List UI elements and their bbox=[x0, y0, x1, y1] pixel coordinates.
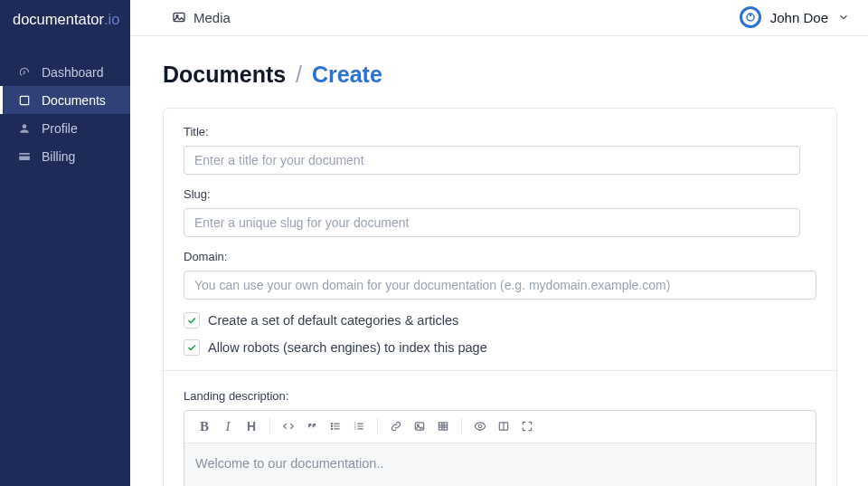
bold-button[interactable]: B bbox=[193, 415, 215, 437]
topbar: Media John Doe bbox=[130, 0, 868, 36]
title-label: Title: bbox=[184, 125, 816, 138]
check-default-content: Create a set of default categories & art… bbox=[184, 312, 816, 329]
brand-logo: documentator.io bbox=[0, 0, 130, 38]
eye-icon bbox=[474, 420, 486, 433]
fullscreen-button[interactable] bbox=[516, 415, 538, 437]
toolbar-sep bbox=[269, 418, 270, 434]
sidebar-item-profile[interactable]: Profile bbox=[0, 114, 130, 142]
avatar-icon bbox=[740, 6, 761, 28]
sidebar-item-label: Profile bbox=[42, 121, 78, 136]
quote-button[interactable] bbox=[301, 415, 323, 437]
preview-button[interactable] bbox=[469, 415, 491, 437]
gauge-icon bbox=[18, 66, 31, 79]
brand-suffix: .io bbox=[104, 11, 119, 28]
toolbar-sep bbox=[377, 418, 378, 434]
split-button[interactable] bbox=[493, 415, 514, 437]
media-link[interactable]: Media bbox=[172, 10, 231, 25]
panel-divider bbox=[164, 370, 836, 371]
sidebar-item-label: Dashboard bbox=[42, 65, 104, 80]
check-label: Create a set of default categories & art… bbox=[208, 313, 458, 328]
expand-icon bbox=[521, 420, 533, 433]
code-button[interactable] bbox=[278, 415, 299, 437]
page-title: Documents / Create bbox=[163, 62, 837, 88]
sidebar-nav: Dashboard Documents Profile Billing bbox=[0, 38, 130, 170]
ol-button[interactable]: 123 bbox=[348, 415, 370, 437]
book-icon bbox=[18, 94, 31, 107]
domain-label: Domain: bbox=[184, 250, 816, 263]
svg-rect-12 bbox=[439, 423, 447, 430]
quote-icon bbox=[306, 420, 318, 433]
user-icon bbox=[18, 122, 31, 135]
italic-button[interactable]: I bbox=[217, 415, 239, 437]
sidebar-item-billing[interactable]: Billing bbox=[0, 142, 130, 170]
svg-point-5 bbox=[331, 426, 332, 427]
sidebar: documentator.io Dashboard Documents Prof… bbox=[0, 0, 130, 486]
brand-name: documentator bbox=[13, 11, 104, 28]
chevron-down-icon bbox=[837, 11, 850, 24]
slug-input[interactable] bbox=[184, 208, 800, 237]
list-ol-icon: 123 bbox=[353, 420, 365, 433]
checkbox-allow-robots[interactable] bbox=[184, 339, 200, 356]
image-button[interactable] bbox=[409, 415, 430, 437]
svg-point-6 bbox=[331, 428, 332, 429]
sidebar-item-label: Billing bbox=[42, 149, 75, 164]
svg-rect-3 bbox=[750, 14, 751, 16]
link-button[interactable] bbox=[385, 415, 407, 437]
landing-label: Landing description: bbox=[184, 389, 816, 403]
image-icon bbox=[413, 420, 426, 433]
toolbar-sep bbox=[461, 418, 462, 434]
card-icon bbox=[18, 150, 31, 163]
columns-icon bbox=[497, 420, 510, 433]
svg-rect-0 bbox=[174, 14, 184, 22]
table-icon bbox=[437, 420, 449, 433]
editor-textarea[interactable]: Welcome to our documentation.. bbox=[184, 443, 816, 486]
sidebar-item-dashboard[interactable]: Dashboard bbox=[0, 58, 130, 86]
content: Documents / Create Title: Slug: Domain: bbox=[130, 36, 868, 486]
editor-toolbar: B I H 123 bbox=[184, 411, 816, 443]
image-icon bbox=[172, 10, 186, 24]
svg-point-4 bbox=[331, 424, 332, 424]
check-label: Allow robots (search engines) to index t… bbox=[208, 340, 487, 355]
media-label: Media bbox=[193, 10, 231, 25]
title-input[interactable] bbox=[184, 146, 800, 175]
list-ul-icon bbox=[329, 420, 342, 433]
check-allow-robots: Allow robots (search engines) to index t… bbox=[184, 339, 816, 356]
ul-button[interactable] bbox=[325, 415, 346, 437]
checkbox-default-content[interactable] bbox=[184, 312, 200, 329]
breadcrumb-root: Documents bbox=[163, 62, 286, 87]
breadcrumb-action: Create bbox=[312, 62, 382, 87]
svg-point-13 bbox=[478, 424, 482, 428]
user-name: John Doe bbox=[770, 10, 828, 25]
link-icon bbox=[390, 420, 402, 433]
sidebar-item-documents[interactable]: Documents bbox=[0, 86, 130, 114]
code-icon bbox=[282, 420, 295, 433]
breadcrumb-sep: / bbox=[296, 62, 302, 87]
slug-label: Slug: bbox=[184, 187, 816, 201]
user-menu[interactable]: John Doe bbox=[740, 6, 850, 28]
check-icon bbox=[186, 342, 197, 353]
rich-editor: B I H 123 bbox=[184, 410, 816, 486]
svg-text:3: 3 bbox=[354, 427, 356, 431]
table-button[interactable] bbox=[432, 415, 454, 437]
form-panel: Title: Slug: Domain: Create a set of def… bbox=[163, 108, 837, 486]
domain-input[interactable] bbox=[184, 271, 816, 300]
sidebar-item-label: Documents bbox=[42, 93, 106, 108]
check-icon bbox=[186, 315, 197, 326]
heading-button[interactable]: H bbox=[241, 415, 262, 437]
